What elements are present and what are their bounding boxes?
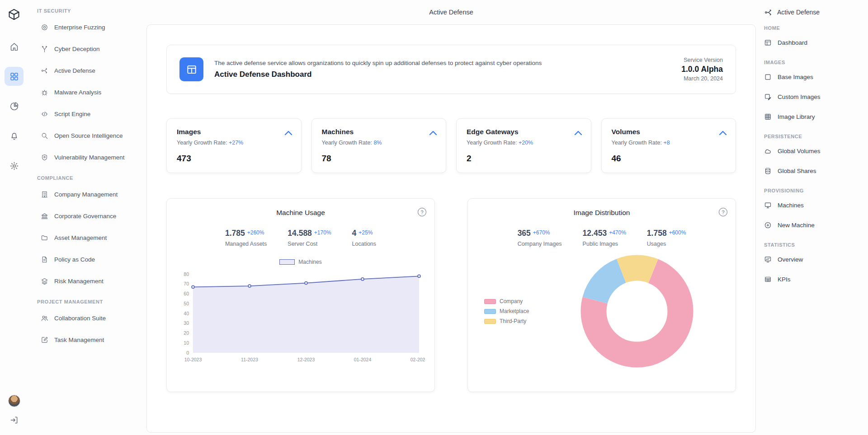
service-version-block: Service Version 1.0.0 Alpha March 20, 20… bbox=[681, 57, 723, 82]
sidebar-item-corporate-governance[interactable]: Corporate Governance bbox=[37, 205, 142, 227]
right-item-image-library[interactable]: Image Library bbox=[764, 107, 863, 126]
right-item-base-images[interactable]: Base Images bbox=[764, 67, 863, 87]
stat-title: Machines bbox=[322, 128, 436, 136]
growth-value: +20% bbox=[519, 140, 533, 146]
service-version-label: Service Version bbox=[681, 57, 723, 63]
chart-title: Machine Usage bbox=[176, 209, 425, 217]
sidebar-section-project-management: PROJECT MANAGEMENT bbox=[37, 299, 142, 304]
growth-label: Yearly Growth Rate: bbox=[467, 140, 517, 146]
stat-value: 473 bbox=[177, 154, 291, 164]
hero-description: The active defense service allows organi… bbox=[214, 60, 681, 66]
chevron-up-icon[interactable] bbox=[718, 130, 727, 137]
third-party-swatch bbox=[484, 319, 496, 324]
logout-icon[interactable] bbox=[5, 411, 24, 430]
page-title: Active Defense bbox=[429, 9, 473, 16]
donut-legend: Company Marketplace Third-Party bbox=[484, 298, 547, 324]
help-icon[interactable]: ? bbox=[719, 208, 727, 216]
stat-title: Images bbox=[177, 128, 291, 136]
right-item-custom-images[interactable]: Custom Images bbox=[764, 87, 863, 107]
growth-label: Yearly Growth Rate: bbox=[177, 140, 227, 146]
target-icon bbox=[41, 23, 48, 31]
gear-icon[interactable] bbox=[5, 156, 24, 175]
user-avatar[interactable] bbox=[8, 395, 20, 407]
mini-stat-label: Managed Assets bbox=[225, 241, 267, 247]
hero-text: The active defense service allows organi… bbox=[214, 60, 681, 79]
growth-value: 8% bbox=[373, 140, 382, 146]
right-item-label: Global Shares bbox=[778, 168, 816, 174]
sidebar-item-label: Policy as Code bbox=[54, 256, 95, 263]
right-item-label: Overview bbox=[778, 256, 803, 263]
right-item-label: Image Library bbox=[778, 113, 815, 120]
legend-label: Machines bbox=[298, 259, 321, 265]
service-version-value: 1.0.0 Alpha bbox=[681, 65, 723, 74]
svg-text:02-2024: 02-2024 bbox=[410, 357, 425, 362]
right-item-global-volumes[interactable]: Global Volumes bbox=[764, 141, 863, 161]
svg-text:60: 60 bbox=[184, 291, 189, 296]
sidebar-item-label: Vulnerability Management bbox=[54, 154, 125, 161]
sidebar-item-cyber-deception[interactable]: Cyber Deception bbox=[37, 38, 142, 60]
window-icon bbox=[764, 39, 772, 47]
sidebar-item-script-engine[interactable]: Script Engine bbox=[37, 103, 142, 125]
sidebar-item-policy-as-code[interactable]: Policy as Code bbox=[37, 248, 142, 270]
sidebar-item-company-management[interactable]: Company Management bbox=[37, 183, 142, 205]
machines-legend-swatch bbox=[279, 259, 295, 265]
edit-square-icon bbox=[41, 336, 48, 344]
stat-card-edge-gateways: Edge Gateways Yearly Growth Rate: +20% 2 bbox=[456, 118, 591, 173]
home-icon[interactable] bbox=[5, 37, 24, 56]
donut-area: Company Marketplace Third-Party bbox=[477, 253, 726, 369]
chevron-up-icon[interactable] bbox=[284, 130, 293, 137]
chevron-up-icon[interactable] bbox=[574, 130, 583, 137]
bell-icon[interactable] bbox=[5, 126, 24, 145]
pie-chart-icon[interactable] bbox=[5, 97, 24, 116]
svg-text:40: 40 bbox=[184, 311, 189, 316]
growth-label: Yearly Growth Rate: bbox=[612, 140, 662, 146]
sidebar-item-label: Asset Management bbox=[54, 234, 107, 241]
right-item-kpis[interactable]: KPIs bbox=[764, 269, 863, 289]
legend-label: Company bbox=[500, 298, 523, 304]
image-distribution-donut-chart bbox=[547, 253, 726, 369]
svg-text:0: 0 bbox=[186, 350, 189, 355]
fork-arrows-icon bbox=[41, 67, 48, 75]
help-icon[interactable]: ? bbox=[418, 208, 426, 216]
mini-stat-delta: +25% bbox=[359, 229, 373, 236]
grid-dashboard-icon[interactable] bbox=[5, 67, 24, 86]
right-item-new-machine[interactable]: New Machine bbox=[764, 215, 863, 235]
mini-stat-locations: 4+25% Locations bbox=[352, 229, 377, 247]
mini-stat-delta: +670% bbox=[533, 229, 550, 236]
sidebar-item-task-management[interactable]: Task Management bbox=[37, 329, 142, 351]
hero-card: The active defense service allows organi… bbox=[166, 45, 736, 94]
sidebar-item-enterprise-fuzzing[interactable]: Enterprise Fuzzing bbox=[37, 16, 142, 38]
sidebar-section-it-security: IT SECURITY bbox=[37, 8, 142, 14]
right-item-dashboard[interactable]: Dashboard bbox=[764, 33, 863, 52]
sidebar-item-open-source-intelligence[interactable]: Open Source Intelligence bbox=[37, 125, 142, 146]
svg-text:70: 70 bbox=[184, 281, 189, 286]
mini-stat-public-images: 12.453+470% Public Images bbox=[583, 229, 626, 247]
sidebar-item-malware-analysis[interactable]: Malware Analysis bbox=[37, 81, 142, 103]
sidebar-item-label: Enterprise Fuzzing bbox=[54, 24, 105, 31]
stats-row: Images Yearly Growth Rate: +27% 473 Mach… bbox=[166, 118, 736, 173]
bug-icon bbox=[41, 89, 48, 96]
sidebar-item-risk-management[interactable]: Risk Management bbox=[37, 270, 142, 292]
sidebar-item-active-defense[interactable]: Active Defense bbox=[37, 60, 142, 81]
right-section-persistence: PERSISTENCE bbox=[764, 134, 863, 139]
sidebar-item-collaboration-suite[interactable]: Collaboration Suite bbox=[37, 307, 142, 329]
sidebar-item-asset-management[interactable]: Asset Management bbox=[37, 227, 142, 248]
mini-stat-delta: +260% bbox=[247, 229, 264, 236]
dashboard-table-icon bbox=[179, 57, 203, 81]
layers-icon bbox=[41, 277, 48, 285]
right-item-machines[interactable]: Machines bbox=[764, 195, 863, 215]
svg-text:20: 20 bbox=[184, 330, 189, 336]
hero-title: Active Defense Dashboard bbox=[214, 70, 681, 79]
sidebar-item-label: Open Source Intelligence bbox=[54, 132, 123, 139]
mini-stat-value: 4 bbox=[352, 229, 357, 238]
machine-usage-card: Machine Usage ? 1.785+260% Managed Asset… bbox=[166, 198, 435, 392]
service-version-date: March 20, 2024 bbox=[681, 75, 723, 82]
sidebar-item-vulnerability-management[interactable]: Vulnerability Management bbox=[37, 146, 142, 168]
stat-value: 46 bbox=[612, 154, 726, 164]
right-item-global-shares[interactable]: Global Shares bbox=[764, 161, 863, 181]
app-logo[interactable] bbox=[6, 6, 22, 23]
chevron-up-icon[interactable] bbox=[429, 130, 438, 137]
machine-usage-stats: 1.785+260% Managed Assets 14.588+170% Se… bbox=[176, 229, 425, 247]
right-item-overview[interactable]: Overview bbox=[764, 249, 863, 269]
square-icon bbox=[764, 73, 772, 81]
